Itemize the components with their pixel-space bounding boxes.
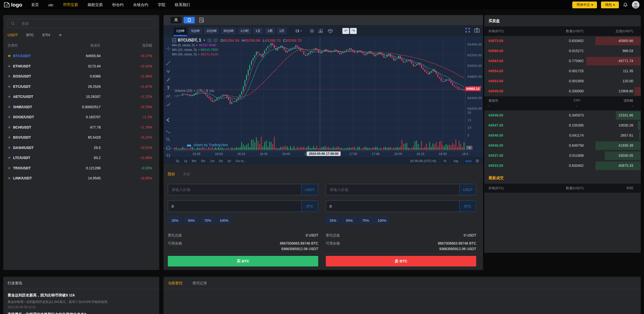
volume-settings-icon[interactable] — [201, 89, 205, 92]
compare-scales-icon[interactable] — [327, 27, 334, 34]
market-tab-ETH[interactable]: ETH — [43, 33, 50, 37]
timeframe-1分钟[interactable]: 1分钟 — [174, 27, 187, 34]
nav-item-联系我们[interactable]: 联系我们 — [175, 3, 190, 7]
ask-row[interactable]: 64549.000.20000012909.80 — [484, 86, 641, 96]
order-tab-市价[interactable]: 市价 — [183, 172, 190, 177]
candle-style-button[interactable]: ▾ — [294, 28, 303, 34]
favorite-star-icon[interactable]: ★ — [8, 176, 13, 180]
measure-icon[interactable] — [166, 129, 171, 135]
timeframe-1月[interactable]: 1月 — [277, 27, 287, 34]
buy-price-input[interactable] — [168, 184, 301, 195]
nav-item-期权交易[interactable]: 期权交易 — [88, 3, 103, 7]
favorite-star-icon[interactable]: ★ — [8, 115, 13, 119]
range-3m[interactable]: 3m — [199, 159, 208, 163]
nav-item-币币交易[interactable]: 币币交易 — [63, 3, 78, 7]
orders-tab-委托记录[interactable]: 委托记录 — [192, 281, 207, 286]
sell-price-input[interactable] — [326, 184, 459, 195]
nav-item-永续合约[interactable]: 永续合约 — [133, 3, 148, 7]
ask-row[interactable]: 64569.000.015271986.03 — [484, 46, 641, 56]
favorite-star-icon[interactable]: ★ — [8, 54, 13, 58]
collapse-arrow-icon[interactable] — [166, 117, 171, 124]
market-row-ETH/USDT[interactable]: ★ETH/USDT3173.44+0.42% — [3, 61, 159, 71]
chevron-down-icon[interactable]: ▼ — [203, 39, 206, 42]
market-row-BCH/USDT[interactable]: ★BCH/USDT477.78+1.76% — [3, 122, 159, 133]
buy-percent-100%[interactable]: 100% — [217, 216, 231, 225]
timeframe-15分钟[interactable]: 15分钟 — [204, 27, 219, 34]
zoom-icon[interactable] — [166, 137, 171, 143]
tradingview-attribution[interactable]: charts by TradingView — [186, 143, 228, 147]
redo-button[interactable]: ↷ — [350, 28, 357, 34]
favorite-star-icon[interactable]: ★ — [8, 145, 13, 150]
market-row-EOS/USDT[interactable]: ★EOS/USDT0.8366+1.08% — [3, 71, 159, 82]
buy-amount-input[interactable] — [168, 201, 301, 212]
range-5y[interactable]: 5y — [174, 159, 182, 163]
legend-eye-icon[interactable] — [207, 38, 212, 42]
camera-snapshot-icon[interactable] — [474, 27, 480, 33]
market-row-DASH/USDT[interactable]: ★DASH/USDT29.5+0.51% — [3, 143, 159, 153]
buy-submit-button[interactable]: 买 BTC — [168, 256, 318, 266]
nav-item-秒合约[interactable]: 秒合约 — [112, 3, 124, 7]
bid-row[interactable]: 64537.000.51180833030.55 — [484, 151, 641, 161]
range-1m[interactable]: 1m — [208, 159, 217, 163]
buy-percent-50%[interactable]: 50% — [184, 216, 198, 225]
ask-row[interactable]: 64553.000.001859120.00 — [484, 76, 641, 86]
range-1d[interactable]: 1d — [225, 159, 233, 163]
bid-row[interactable]: 64533.000.63340240875.33 — [484, 161, 641, 171]
notifications-bell-icon[interactable] — [623, 2, 628, 7]
user-avatar[interactable] — [632, 1, 639, 9]
sell-percent-25%[interactable]: 25% — [326, 216, 340, 225]
favorite-star-icon[interactable]: ★ — [8, 84, 13, 89]
forecast-icon[interactable] — [166, 102, 171, 108]
favorite-star-icon[interactable]: ★ — [8, 74, 13, 78]
nav-item-otc[interactable]: otc — [48, 3, 53, 7]
sell-percent-75%[interactable]: 75% — [358, 216, 373, 225]
brush-icon[interactable] — [166, 77, 171, 83]
theme-kline-button[interactable] — [184, 17, 195, 23]
chevron-down-icon[interactable]: ▾ — [198, 49, 199, 51]
buy-percent-75%[interactable]: 75% — [200, 216, 215, 225]
market-row-LINK/USDT[interactable]: ★LINK/USDT14.9545+3.05% — [3, 173, 159, 183]
buy-percent-25%[interactable]: 25% — [168, 216, 182, 225]
sell-percent-50%[interactable]: 50% — [342, 216, 356, 225]
bid-row[interactable]: 64548.000.34597322331.86 — [484, 110, 641, 121]
chart-canvas[interactable]: 65400.0065200.0065000.0064800.0064600.00… — [164, 36, 483, 161]
chevron-down-icon[interactable]: ▾ — [194, 89, 195, 92]
range-1y[interactable]: 1y — [182, 159, 190, 163]
undo-button[interactable]: ↶ — [342, 28, 349, 34]
trendline-icon[interactable] — [166, 61, 171, 67]
time-axis[interactable]: 15:4516:0016:1516:3016:4517:0017:1517:30… — [164, 151, 483, 157]
collapse-legend-icon[interactable] — [172, 38, 176, 42]
sell-submit-button[interactable]: 卖 BTC — [326, 256, 476, 266]
favorite-star-icon[interactable]: ★ — [8, 166, 13, 170]
ask-row[interactable]: 64563.000.77090249771.74 — [484, 56, 641, 66]
chevron-down-icon[interactable]: ▾ — [198, 53, 199, 56]
range-6m[interactable]: 6m — [189, 159, 198, 163]
chart-settings-gear-icon[interactable] — [308, 27, 315, 34]
market-row-BTC/USDT[interactable]: ★BTC/USDT64555.84+0.17% — [3, 51, 159, 61]
theme-black-button[interactable]: 黑 — [171, 17, 182, 23]
ask-row[interactable]: 64554.000.001725111.35 — [484, 66, 641, 76]
market-row-LTC/USDT[interactable]: ★LTC/USDT83.2+2.06% — [3, 153, 159, 163]
timeframe-1天[interactable]: 1天 — [253, 27, 263, 34]
timeframe-5分钟[interactable]: 5分钟 — [189, 27, 202, 34]
favorite-star-icon[interactable]: ★ — [8, 155, 13, 160]
favorite-star-icon[interactable]: ★ — [8, 105, 13, 109]
timeframe-1周[interactable]: 1周 — [265, 27, 275, 34]
chart-symbol[interactable]: BTCUSDT, 1 — [178, 38, 201, 43]
axis-settings-gear-icon[interactable] — [475, 159, 479, 163]
range-5d[interactable]: 5d — [217, 159, 225, 163]
fullscreen-icon[interactable] — [465, 27, 470, 33]
orders-tab-当前委托[interactable]: 当前委托 — [168, 281, 182, 286]
favorites-star-tab[interactable]: ★ — [59, 33, 62, 37]
market-row-ETC/USDT[interactable]: ★ETC/USDT28.2526+2.47% — [3, 82, 159, 92]
goto-button[interactable]: Go to... — [236, 159, 247, 163]
home-icon[interactable] — [166, 145, 171, 151]
nav-item-学院[interactable]: 学院 — [158, 3, 165, 7]
market-tab-USDT[interactable]: USDT — [8, 33, 18, 37]
market-row-TRX/USDT[interactable]: ★TRX/USDT0.121286-0.03% — [3, 163, 159, 173]
pattern-icon[interactable] — [166, 94, 171, 100]
chevron-down-icon[interactable]: ▾ — [196, 44, 197, 47]
news-document-icon[interactable] — [199, 17, 204, 23]
market-row-BSV/USDT[interactable]: ★BSV/USDT65.5429+0.22% — [3, 132, 159, 143]
sell-amount-input[interactable] — [326, 201, 459, 212]
